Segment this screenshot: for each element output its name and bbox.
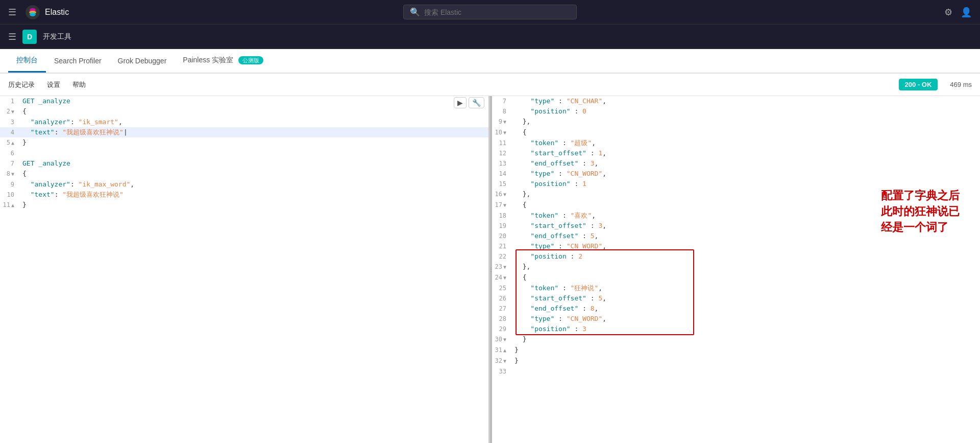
output-line-8: 8 "position" : 0	[492, 106, 980, 116]
app-title: Elastic	[45, 8, 69, 17]
output-line-14: 14 "type" : "CN_WORD",	[492, 169, 980, 179]
top-right-icons: ⚙ 👤	[944, 7, 972, 18]
code-line-9: 9 "analyzer": "ik_max_word",	[0, 179, 488, 190]
output-line-9: 9▼ },	[492, 116, 980, 127]
response-time: 469 ms	[950, 81, 972, 88]
tab-grok-debugger[interactable]: Grok Debugger	[110, 51, 175, 73]
output-line-7: 7 "type" : "CN_CHAR",	[492, 96, 980, 106]
code-line-5: 5▲ }	[0, 137, 488, 148]
tab-bar: 控制台 Search Profiler Grok Debugger Painle…	[0, 49, 980, 74]
code-line-11: 11▲ }	[0, 200, 488, 211]
tab-painless[interactable]: Painless 实验室 公测版	[175, 50, 272, 73]
user-icon[interactable]: 👤	[961, 7, 972, 18]
toolbar: 历史记录 设置 帮助 200 - OK 469 ms	[0, 74, 980, 96]
output-line-31: 31▲ }	[492, 345, 980, 356]
sidebar-toggle[interactable]: ☰	[8, 31, 16, 42]
code-editor[interactable]: ▶ 🔧 1 GET _analyze 2▼ { 3 "analyzer": "i…	[0, 96, 488, 443]
output-line-21: 21 "type" : "CN_WORD",	[492, 241, 980, 251]
top-bar: ☰ Elastic 🔍 ⚙ 👤	[0, 0, 980, 25]
output-line-27: 27 "end_offset" : 8,	[492, 304, 980, 314]
history-button[interactable]: 历史记录	[8, 80, 35, 89]
code-line-3: 3 "analyzer": "ik_smart",	[0, 117, 488, 127]
breadcrumb-text: 开发工具	[43, 32, 71, 41]
svg-point-3	[30, 12, 36, 16]
settings-button[interactable]: 设置	[47, 80, 60, 89]
output-line-24: 24▼ {	[492, 272, 980, 283]
help-icon[interactable]: ⚙	[944, 7, 952, 18]
output-line-23: 23▼ },	[492, 262, 980, 272]
beta-badge: 公测版	[238, 56, 263, 64]
code-line-2: 2▼ {	[0, 106, 488, 117]
output-line-10: 10▼ {	[492, 127, 980, 138]
code-line-1: 1 GET _analyze	[0, 96, 488, 106]
wrench-button[interactable]: 🔧	[469, 97, 484, 108]
output-line-26: 26 "start_offset" : 5,	[492, 293, 980, 304]
output-line-28: 28 "type" : "CN_WORD",	[492, 314, 980, 324]
run-button[interactable]: ▶	[454, 97, 467, 108]
search-input[interactable]	[424, 8, 570, 16]
annotation-line2: 此时的狂神说已	[881, 204, 960, 220]
output-line-12: 12 "start_offset" : 1,	[492, 148, 980, 158]
output-line-30: 30▼ }	[492, 334, 980, 345]
output-pane: 7 "type" : "CN_CHAR", 8 "position" : 0 9…	[492, 96, 980, 443]
help-button[interactable]: 帮助	[72, 80, 86, 89]
tab-console[interactable]: 控制台	[8, 50, 46, 73]
output-line-32: 32▼ }	[492, 356, 980, 366]
annotation-line1: 配置了字典之后	[881, 188, 960, 204]
second-bar: ☰ D 开发工具	[0, 25, 980, 49]
global-search[interactable]: 🔍	[403, 5, 577, 19]
output-line-29: 29 "position" : 3	[492, 324, 980, 334]
annotation-box: 配置了字典之后 此时的狂神说已 经是一个词了	[881, 188, 960, 235]
code-line-4: 4 "text": "我超级喜欢狂神说"|	[0, 127, 488, 137]
main-content: ▶ 🔧 1 GET _analyze 2▼ { 3 "analyzer": "i…	[0, 96, 980, 443]
output-line-22: 22 "position : 2	[492, 251, 980, 262]
search-icon: 🔍	[410, 7, 420, 17]
menu-icon[interactable]: ☰	[8, 7, 16, 18]
output-line-15: 15 "position" : 1	[492, 179, 980, 189]
output-line-33: 33	[492, 366, 980, 377]
code-line-6: 6	[0, 148, 488, 158]
output-line-13: 13 "end_offset" : 3,	[492, 158, 980, 169]
code-line-10: 10 "text": "我超级喜欢狂神说"	[0, 190, 488, 200]
status-badge: 200 - OK	[899, 79, 938, 90]
output-line-11: 11 "token" : "超级",	[492, 138, 980, 148]
code-line-8: 8▼ {	[0, 169, 488, 179]
annotation-line3: 经是一个词了	[881, 220, 960, 236]
code-line-7: 7 GET _analyze	[0, 158, 488, 169]
tab-search-profiler[interactable]: Search Profiler	[46, 51, 110, 73]
output-line-25: 25 "token" : "狂神说",	[492, 283, 980, 293]
editor-pane: ▶ 🔧 1 GET _analyze 2▼ { 3 "analyzer": "i…	[0, 96, 490, 443]
elastic-logo: ☰ Elastic	[8, 5, 69, 19]
elastic-logo-icon	[26, 5, 40, 19]
app-icon: D	[22, 30, 37, 44]
